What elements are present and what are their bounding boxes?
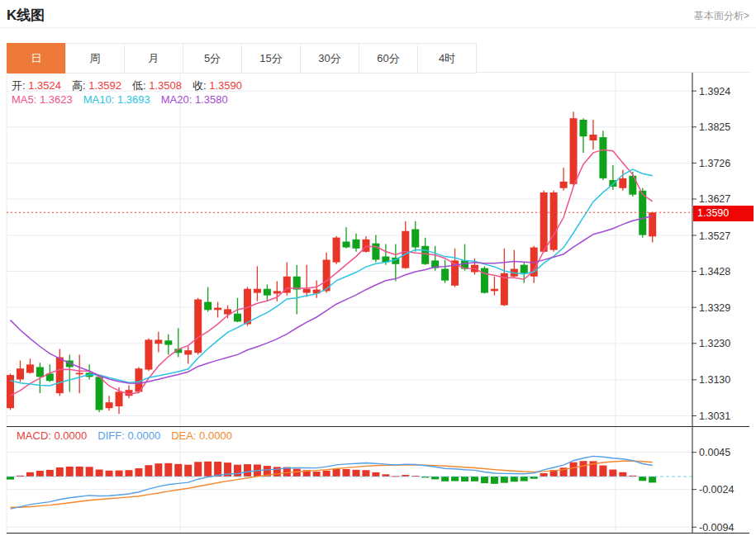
axis-tick-label: 1.3924 xyxy=(699,86,730,97)
kline-widget: K线图 基本面分析> 日周月5分15分30分60分4时 1.39241.3825… xyxy=(0,0,756,536)
axis-tick-label: 1.3627 xyxy=(699,193,730,205)
macd-histogram xyxy=(7,461,656,484)
axis-tick-label: -0.0094 xyxy=(699,522,734,534)
axis-tick-label: 1.3329 xyxy=(699,302,730,314)
axis-tick-label: 1.3031 xyxy=(699,410,730,422)
axis-layer: 1.39241.38251.37261.36271.35271.34281.33… xyxy=(7,73,749,534)
axis-tick-label: -0.0024 xyxy=(699,484,734,496)
ma5-line xyxy=(11,149,653,396)
axis-tick-label: 1.3428 xyxy=(699,266,730,277)
axis-tick-label: 0.0045 xyxy=(699,447,730,458)
ma-item-2: MA20: 1.3580 xyxy=(161,93,228,106)
axis-tick-label: 1.3230 xyxy=(699,338,730,349)
ma-lines xyxy=(11,149,653,396)
macd-legend: MACD: 0.0000DIFF: 0.0000DEA: 0.0000 xyxy=(17,429,243,442)
ohlc-item-3: 收: 1.3590 xyxy=(193,78,242,93)
axis-tick-label: 1.3726 xyxy=(699,158,730,169)
axis-tick-label: 1.3527 xyxy=(699,230,730,242)
ohlc-item-0: 开: 1.3524 xyxy=(12,78,61,93)
ma-item-1: MA10: 1.3693 xyxy=(83,93,150,106)
macd-item-1: DIFF: 0.0000 xyxy=(97,429,160,442)
current-price-tag: 1.3590 xyxy=(693,206,754,221)
axis-tick-label: 1.3130 xyxy=(699,374,730,386)
macd-item-0: MACD: 0.0000 xyxy=(17,429,87,442)
macd-lines xyxy=(11,456,653,509)
ma-legend: MA5: 1.3623MA10: 1.3693MA20: 1.3580 xyxy=(12,93,239,106)
macd-item-2: DEA: 0.0000 xyxy=(171,429,232,442)
ohlc-item-2: 低: 1.3508 xyxy=(132,78,182,93)
ma-item-0: MA5: 1.3623 xyxy=(12,93,73,106)
ohlc-legend: 开: 1.3524高: 1.3592低: 1.3508收: 1.3590 xyxy=(12,78,253,93)
candles-layer xyxy=(7,111,656,414)
ohlc-item-1: 高: 1.3592 xyxy=(72,78,121,93)
axis-tick-label: 1.3825 xyxy=(699,121,730,133)
